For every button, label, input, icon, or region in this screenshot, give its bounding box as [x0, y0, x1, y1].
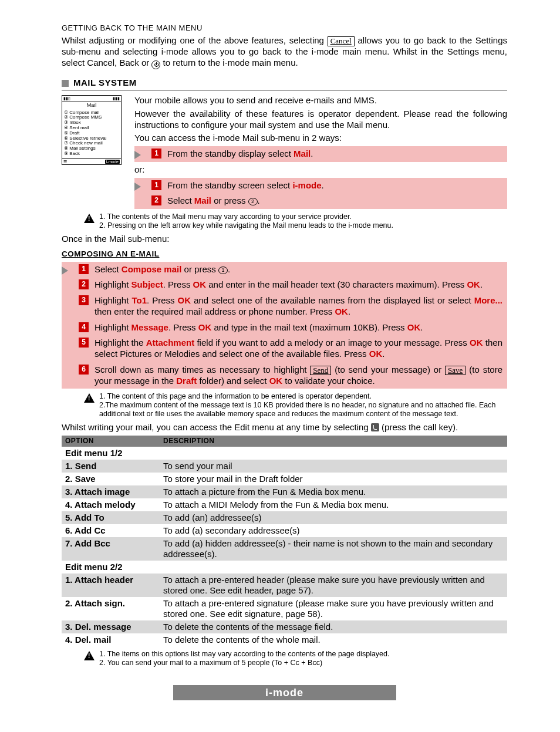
step-text: Highlight Message. Press OK and type in … [95, 322, 502, 333]
table-description [160, 561, 507, 574]
mail-access-step-2a: 1 From the standby screen select i-mode. [134, 178, 507, 194]
warning-line: 1. The content of this page and the info… [99, 392, 372, 400]
arrow-placeholder [134, 198, 141, 206]
phone-item: ⑨ Back [64, 151, 119, 157]
table-option: 2. Save [62, 473, 160, 485]
table-row: 2. SaveTo store your mail in the Draft f… [62, 473, 507, 485]
table-description [160, 447, 507, 460]
phone-screenshot: ▮▮▯▮▮▮ Mail ① Compose mail ② Compose MMS… [62, 95, 122, 165]
warning-icon [84, 393, 95, 403]
table-option: 3. Del. message [62, 620, 160, 633]
composing-heading: COMPOSING AN E-MAIL [62, 249, 507, 259]
table-description: To add (an) addressee(s) [160, 511, 507, 524]
table-row: 3. Del. messageTo delete the contents of… [62, 620, 507, 633]
step-text: Select Mail or press 2. [167, 195, 502, 207]
step-number: 1 [79, 264, 89, 274]
compose-step-6: 6 Scroll down as many times as necessary… [62, 362, 507, 389]
battery-icon: ▮▮▮ [113, 96, 120, 101]
table-option: 1. Send [62, 460, 160, 473]
table-option: 1. Attach header [62, 574, 160, 597]
table-description: To delete the contents of the message fi… [160, 620, 507, 633]
warning-line: 2. You can send your mail to a maximum o… [99, 659, 322, 667]
arrow-icon [134, 151, 141, 159]
send-button-label: Send [310, 366, 331, 375]
step-number: 5 [79, 338, 89, 348]
table-description: To add (a) secondary addressee(s) [160, 524, 507, 537]
top-paragraph: Whilst adjusting or modifying one of the… [62, 35, 507, 69]
table-description: To store your mail in the Draft folder [160, 473, 507, 485]
table-header-option: OPTION [62, 436, 160, 447]
warning-icon [84, 214, 95, 223]
warning-line: 2. Pressing on the left arrow key while … [99, 221, 393, 230]
step-text: From the standby screen select i-mode. [167, 180, 502, 191]
step-text: From the standby display select Mail. [167, 149, 502, 160]
table-option: 2. Attach sign. [62, 597, 160, 620]
step-text: Select Compose mail or press 1. [95, 264, 502, 275]
step-text: Highlight the Attachment field if you wa… [95, 338, 502, 360]
warning-line: 1. The contents of the Mail menu may var… [99, 212, 352, 221]
edit-menu-intro: Whilst writing your mail, you can access… [62, 422, 507, 433]
signal-icon: ▮▮▯ [63, 96, 70, 101]
step-number: 3 [79, 295, 89, 305]
mail-intro-b: However the availability of these featur… [134, 109, 507, 131]
step-number: 6 [79, 365, 89, 375]
arrow-icon [62, 267, 68, 275]
table-description: To attach a pre-entered header (please m… [160, 574, 507, 597]
or-text: or: [134, 164, 507, 176]
text: Whilst adjusting or modifying one of the… [62, 35, 328, 45]
table-description: To attach a MIDI Melody from the Fun & M… [160, 498, 507, 511]
circled-2-icon: 2 [248, 198, 258, 205]
compose-step-5: 5 Highlight the Attachment field if you … [62, 335, 507, 362]
compose-step-1: 1 Select Compose mail or press 1. [62, 262, 507, 278]
table-description: To send your mail [160, 460, 507, 473]
arrow-icon [134, 183, 141, 191]
top-subheading: GETTING BACK TO THE MAIN MENU [62, 23, 507, 33]
edit-menu-table: OPTION DESCRIPTION Edit menu 1/21. SendT… [62, 436, 507, 646]
table-description: To attach a pre-entered signature (pleas… [160, 597, 507, 620]
step-text: Scroll down as many times as necessary t… [95, 365, 502, 387]
table-row: 3. Attach imageTo attach a picture from … [62, 485, 507, 498]
menu-icon: ☰ [63, 160, 67, 164]
warning-line: 2.The maximum content of the message tex… [99, 401, 495, 418]
mail-intro-c: You can access the i-mode Mail sub-menu … [134, 133, 507, 144]
phone-bottom: i-mode [105, 160, 120, 164]
mail-warning: 1. The contents of the Mail menu may var… [84, 212, 507, 230]
table-row: 1. SendTo send your mail [62, 460, 507, 473]
table-option: 4. Del. mail [62, 633, 160, 646]
call-key-icon [371, 423, 379, 431]
table-row: 1. Attach headerTo attach a pre-entered … [62, 574, 507, 597]
square-bullet-icon [62, 80, 69, 87]
circled-1-icon: 1 [218, 267, 228, 274]
step-text: Highlight Subject. Press OK and enter in… [95, 279, 502, 291]
table-row: Edit menu 1/2 [62, 447, 507, 460]
power-icon: ⏻ [151, 60, 160, 69]
save-button-label: Save [445, 366, 465, 375]
table-option: 4. Attach melody [62, 498, 160, 511]
table-row: 4. Del. mailTo delete the contents of th… [62, 633, 507, 646]
table-option: 7. Add Bcc [62, 537, 160, 561]
warning-icon [84, 651, 95, 660]
mail-access-step-1: 1 From the standby display select Mail. [134, 146, 507, 162]
table-option: 6. Add Cc [62, 524, 160, 537]
compose-step-2: 2 Highlight Subject. Press OK and enter … [62, 277, 507, 293]
table-option: Edit menu 1/2 [62, 447, 160, 460]
table-row: Edit menu 2/2 [62, 561, 507, 574]
step-number: 2 [151, 195, 161, 205]
once-in-mail: Once in the Mail sub-menu: [62, 234, 507, 245]
warning-line: 1. The items on this options list may va… [99, 650, 390, 658]
table-row: 4. Attach melodyTo attach a MIDI Melody … [62, 498, 507, 511]
table-option: 5. Add To [62, 511, 160, 524]
table-warning: 1. The items on this options list may va… [84, 650, 507, 667]
table-description: To delete the contents of the whole mail… [160, 633, 507, 646]
cancel-button-label: Cancel [328, 36, 355, 46]
mail-access-step-2b: 2 Select Mail or press 2. [134, 193, 507, 209]
table-row: 5. Add ToTo add (an) addressee(s) [62, 511, 507, 524]
step-number: 1 [151, 180, 161, 190]
table-option: 3. Attach image [62, 485, 160, 498]
table-description: To attach a picture from the Fun & Media… [160, 485, 507, 498]
mail-intro-a: Your mobile allows you to send and recei… [134, 95, 507, 106]
table-header-description: DESCRIPTION [160, 436, 507, 447]
phone-title: Mail [62, 102, 121, 109]
compose-step-3: 3 Highlight To1. Press OK and select one… [62, 293, 507, 320]
table-row: 2. Attach sign.To attach a pre-entered s… [62, 597, 507, 620]
